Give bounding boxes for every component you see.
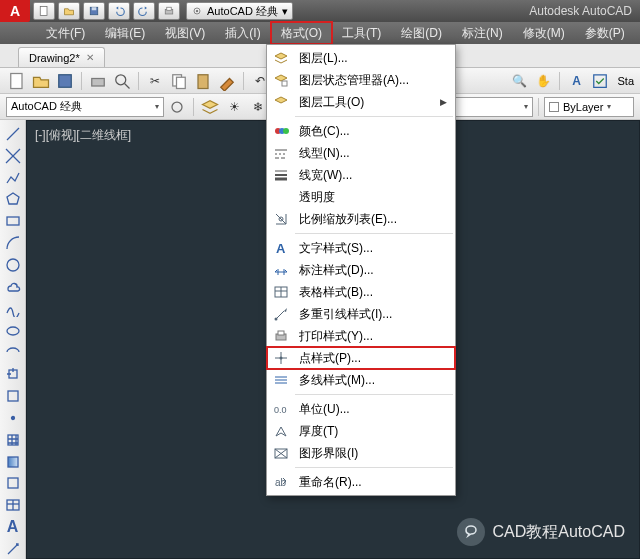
svg-rect-8 — [59, 74, 72, 87]
ellipse-arc-icon[interactable] — [2, 342, 24, 362]
zoom-icon[interactable]: 🔍 — [508, 70, 530, 92]
make-block-icon[interactable] — [2, 386, 24, 406]
qat-save-icon[interactable] — [83, 2, 105, 20]
svg-rect-7 — [11, 73, 22, 88]
preview-icon[interactable] — [111, 70, 133, 92]
document-tab[interactable]: Drawing2* ✕ — [18, 47, 105, 67]
menu-item-icon — [271, 371, 291, 389]
sun-icon[interactable]: ☀ — [223, 96, 245, 118]
xline-icon[interactable] — [2, 146, 24, 166]
menu-item[interactable]: 0.0单位(U)... — [267, 398, 455, 420]
menu-编辑[interactable]: 编辑(E) — [95, 22, 155, 44]
layer-props-icon[interactable] — [199, 96, 221, 118]
qat-redo-icon[interactable] — [133, 2, 155, 20]
menu-separator — [295, 394, 453, 395]
menu-item[interactable]: 图层工具(O)▶ — [267, 91, 455, 113]
toolbar-separator — [193, 98, 194, 116]
menu-工具[interactable]: 工具(T) — [332, 22, 391, 44]
chevron-down-icon: ▾ — [524, 102, 528, 111]
paste-icon[interactable] — [192, 70, 214, 92]
menu-bar: 文件(F)编辑(E)视图(V)插入(I)格式(O)工具(T)绘图(D)标注(N)… — [0, 22, 640, 44]
gradient-icon[interactable] — [2, 452, 24, 472]
arc-icon[interactable] — [2, 233, 24, 253]
menu-item[interactable]: 图层(L)... — [267, 47, 455, 69]
menu-item-label: 线型(N)... — [299, 145, 350, 162]
menu-视图[interactable]: 视图(V) — [155, 22, 215, 44]
menu-item[interactable]: 厚度(T) — [267, 420, 455, 442]
plot-icon[interactable] — [87, 70, 109, 92]
cut-icon[interactable]: ✂ — [144, 70, 166, 92]
hatch-icon[interactable] — [2, 430, 24, 450]
menu-item[interactable]: 多线样式(M)... — [267, 369, 455, 391]
menu-item[interactable]: 颜色(C)... — [267, 120, 455, 142]
menu-item[interactable]: A文字样式(S)... — [267, 237, 455, 259]
qat-undo-icon[interactable] — [108, 2, 130, 20]
region-icon[interactable] — [2, 474, 24, 494]
menu-item[interactable]: 图形界限(I) — [267, 442, 455, 464]
menu-item-label: 文字样式(S)... — [299, 240, 373, 257]
menu-修改[interactable]: 修改(M) — [513, 22, 575, 44]
menu-item-icon — [271, 349, 291, 367]
polygon-icon[interactable] — [2, 190, 24, 210]
menu-标注[interactable]: 标注(N) — [452, 22, 513, 44]
toolbar-separator — [559, 72, 560, 90]
chevron-down-icon: ▾ — [607, 102, 611, 111]
qat-new-icon[interactable] — [33, 2, 55, 20]
copy-icon[interactable] — [168, 70, 190, 92]
ellipse-icon[interactable] — [2, 321, 24, 341]
menu-参数[interactable]: 参数(P) — [575, 22, 635, 44]
polyline-icon[interactable] — [2, 168, 24, 188]
annotate-a-icon[interactable]: A — [565, 70, 587, 92]
point-icon[interactable] — [2, 408, 24, 428]
menu-文件[interactable]: 文件(F) — [36, 22, 95, 44]
standards-icon[interactable] — [589, 70, 611, 92]
qat-open-icon[interactable] — [58, 2, 80, 20]
menu-item[interactable]: 比例缩放列表(E)... — [267, 208, 455, 230]
svg-rect-2 — [92, 7, 97, 10]
menu-item[interactable]: 多重引线样式(I)... — [267, 303, 455, 325]
svg-point-46 — [275, 318, 278, 321]
menu-item[interactable]: ab重命名(R)... — [267, 471, 455, 493]
insert-block-icon[interactable] — [2, 364, 24, 384]
workspace-gear-icon[interactable] — [166, 96, 188, 118]
color-select[interactable]: ByLayer ▾ — [544, 97, 634, 117]
menu-item[interactable]: 透明度 — [267, 186, 455, 208]
spline-icon[interactable] — [2, 299, 24, 319]
table-icon[interactable] — [2, 495, 24, 515]
rectangle-icon[interactable] — [2, 211, 24, 231]
svg-rect-4 — [167, 7, 172, 10]
text-icon[interactable]: A — [2, 517, 24, 537]
close-icon[interactable]: ✕ — [86, 52, 94, 63]
svg-rect-23 — [8, 391, 18, 401]
pan-icon[interactable]: ✋ — [532, 70, 554, 92]
menu-item[interactable]: 图层状态管理器(A)... — [267, 69, 455, 91]
workspace-quick-dropdown[interactable]: AutoCAD 经典 ▾ — [186, 2, 293, 20]
chevron-down-icon: ▾ — [282, 5, 288, 18]
workspace-select[interactable]: AutoCAD 经典 ▾ — [6, 97, 164, 117]
menu-item[interactable]: 打印样式(Y)... — [267, 325, 455, 347]
qat-print-icon[interactable] — [158, 2, 180, 20]
svg-rect-26 — [8, 457, 18, 467]
add-selected-icon[interactable] — [2, 539, 24, 559]
menu-item-label: 厚度(T) — [299, 423, 338, 440]
open-icon[interactable] — [30, 70, 52, 92]
menu-绘图[interactable]: 绘图(D) — [391, 22, 452, 44]
match-icon[interactable] — [216, 70, 238, 92]
menu-格式[interactable]: 格式(O) — [271, 22, 332, 44]
menu-item[interactable]: 表格样式(B)... — [267, 281, 455, 303]
menu-item[interactable]: 点样式(P)... — [267, 347, 455, 369]
revcloud-icon[interactable] — [2, 277, 24, 297]
new-icon[interactable] — [6, 70, 28, 92]
line-icon[interactable] — [2, 124, 24, 144]
menu-item[interactable]: 线型(N)... — [267, 142, 455, 164]
draw-toolbar: A — [0, 120, 26, 559]
circle-icon[interactable] — [2, 255, 24, 275]
menu-窗[interactable]: 窗 — [635, 22, 640, 44]
menu-item-label: 图层状态管理器(A)... — [299, 72, 409, 89]
menu-item[interactable]: 标注样式(D)... — [267, 259, 455, 281]
save-icon[interactable] — [54, 70, 76, 92]
viewport-label[interactable]: [-][俯视][二维线框] — [35, 127, 131, 144]
menu-item-label: 透明度 — [299, 189, 335, 206]
menu-item[interactable]: 线宽(W)... — [267, 164, 455, 186]
menu-插入[interactable]: 插入(I) — [215, 22, 270, 44]
